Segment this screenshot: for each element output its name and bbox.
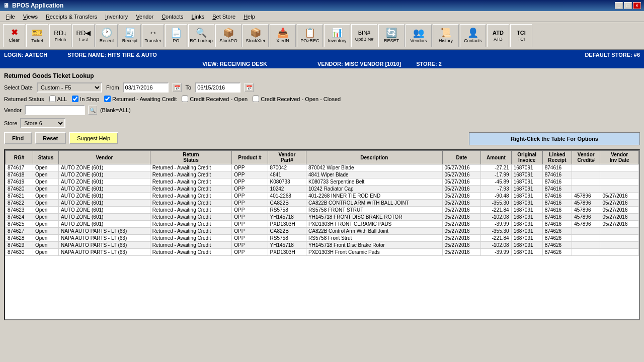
table-cell: Returned - Awaiting Credit [150,164,232,171]
menu-file[interactable]: File [2,13,19,21]
store-select[interactable]: Store 1 Store 2 Store 3 Store 4 Store 5 … [20,118,65,128]
transfer-button[interactable]: ↔ Transfer [142,24,164,47]
from-date-input[interactable] [123,82,169,93]
tci-button[interactable]: TCI TCI [510,24,532,47]
to-label: To [186,84,192,90]
menu-inventory[interactable]: Inventory [101,13,132,21]
reset-icon: 🔄 [386,28,397,37]
minimize-button[interactable]: _ [615,2,623,9]
table-cell: Returned - Awaiting Credit [150,221,232,228]
receipt-button[interactable]: 🧾 Receipt [119,24,141,47]
date-select[interactable]: Custom - F5 Today Yesterday This Week La… [37,82,102,93]
menu-receipts[interactable]: Receipts & Transfers [42,13,101,21]
xferin-button[interactable]: 📥 XferIN [270,24,296,47]
suggest-help-button[interactable]: Suggest Help [69,132,118,144]
reset-button[interactable]: 🔄 RESET [378,24,405,47]
porec-button[interactable]: 📋 PO>REC [297,24,323,47]
checkbox-all[interactable]: ALL [49,96,67,102]
po-button[interactable]: 📄 PO [165,24,187,47]
stockxfer-button[interactable]: 📦 StockXfer [243,24,269,47]
table-row[interactable]: 874620OpenAUTO ZONE (601)Returned - Awai… [6,186,639,193]
menu-set-store[interactable]: Set Store [208,13,239,21]
table-row[interactable]: 874624OpenAUTO ZONE (601)Returned - Awai… [6,214,639,221]
table-cell [572,186,600,193]
close-button[interactable]: × [633,2,641,9]
all-checkbox[interactable] [49,96,56,102]
titlebar: 🖥 BPOS Application _ □ × [0,0,644,11]
in-shop-checkbox[interactable] [72,96,78,102]
updbin-button[interactable]: BIN# UpdBIN# [351,24,377,47]
table-cell: AUTO ZONE (601) [59,221,150,228]
contacts-button[interactable]: 👤 Contacts [460,24,486,47]
checkbox-returned-awaiting[interactable]: Returned - Awaiting Credit [104,96,177,102]
table-cell [600,228,639,235]
table-cell: PXD1303H Front Ceramic Pads [306,249,443,256]
table-cell: Open [33,193,58,200]
table-row[interactable]: 874622OpenAUTO ZONE (601)Returned - Awai… [6,200,639,207]
table-cell: 874616 [542,207,572,214]
credit-open-checkbox[interactable] [182,96,188,102]
returned-awaiting-checkbox[interactable] [104,96,111,102]
right-hint-area: Right-Click the Table For Options [469,132,640,145]
returned-status-row: Returned Status ALL In Shop Returned - A… [4,96,640,102]
status-bar-2: VIEW: RECEIVING DESK VENDOR: MISC VENDOR… [0,59,644,68]
table-cell: 874626 [542,249,572,256]
maximize-button[interactable]: □ [624,2,632,9]
table-row[interactable]: 874625OpenAUTO ZONE (601)Returned - Awai… [6,221,639,228]
to-date-picker-button[interactable]: 📅 [245,83,254,92]
table-cell: NAPA AUTO PARTS - LT (63) [59,228,150,235]
table-row[interactable]: 874630OpenNAPA AUTO PARTS - LT (63)Retur… [6,249,639,256]
actions-area: Find Reset Suggest Help Right-Click the … [4,132,640,147]
table-cell: OPP [232,207,268,214]
checkbox-credit-open[interactable]: Credit Received - Open [182,96,248,102]
last-button[interactable]: RD◀ Last [72,24,95,47]
table-cell: 05/27/2016 [442,242,480,249]
checkbox-credit-closed[interactable]: Credit Received - Open - Closed [253,96,341,102]
table-row[interactable]: 874617OpenAUTO ZONE (601)Returned - Awai… [6,164,639,171]
table-cell: 05/27/2016 [442,249,480,256]
vendor-lookup-button[interactable]: 🔍 [88,106,97,115]
table-row[interactable]: 874621OpenAUTO ZONE (601)Returned - Awai… [6,193,639,200]
vendor-input[interactable] [25,105,85,115]
table-row[interactable]: 874618OpenAUTO ZONE (601)Returned - Awai… [6,171,639,178]
table-row[interactable]: 874629OpenNAPA AUTO PARTS - LT (63)Retur… [6,242,639,249]
checkbox-in-shop[interactable]: In Shop [72,96,99,102]
menu-contacts[interactable]: Contacts [157,13,187,21]
ticket-button[interactable]: 🎫 Ticket [26,24,48,47]
clear-button[interactable]: ✖ Clear [3,24,25,47]
fetch-button[interactable]: RD↓ Fetch [49,24,71,47]
history-icon: 📜 [440,28,451,37]
table-cell: 1687091 [511,200,542,207]
atd-button[interactable]: ATD ATD [487,24,509,47]
from-date-picker-button[interactable]: 📅 [173,83,182,92]
vendors-button[interactable]: 👥 Vendors [406,24,432,47]
vendor-status: VENDOR: MISC VENDOR [1010] [317,61,401,67]
menu-views[interactable]: Views [19,13,42,21]
table-cell: -7.93 [481,186,512,193]
table-cell: 05/27/2016 [442,178,480,186]
default-store-status: DEFAULT STORE: #6 [585,52,640,58]
table-area[interactable]: RG# Status Vendor ReturnStatus Product #… [4,149,640,320]
to-date-input[interactable] [195,82,240,93]
find-button[interactable]: Find [4,132,32,144]
menu-vendor[interactable]: Vendor [132,13,157,21]
history-button[interactable]: 📜 History [433,24,459,47]
updbin-icon: BIN# [358,30,370,36]
rg-lookup-button[interactable]: 🔍 RG Lookup [188,24,214,47]
table-row[interactable]: 874623OpenAUTO ZONE (601)Returned - Awai… [6,207,639,214]
table-row[interactable]: 874619OpenAUTO ZONE (601)Returned - Awai… [6,178,639,186]
recent-button[interactable]: 🕐 Recent [96,24,118,47]
menu-help[interactable]: Help [239,13,259,21]
reset-form-button[interactable]: Reset [35,132,66,144]
col-amount: Amount [481,151,512,164]
menu-links[interactable]: Links [188,13,209,21]
store-label: Store [4,120,17,126]
credit-closed-checkbox[interactable] [253,96,259,102]
table-cell: 1687091 [511,207,542,214]
status-bar-1: LOGIN: AATECH STORE NAME: HITS TIRE & AU… [0,50,644,59]
table-row[interactable]: 874628OpenNAPA AUTO PARTS - LT (63)Retur… [6,235,639,242]
inventory-button[interactable]: 📊 Inventory [324,24,350,47]
stockpo-button[interactable]: 📦 StockPO [215,24,242,47]
returned-status-label: Returned Status [4,96,44,102]
table-row[interactable]: 874627OpenNAPA AUTO PARTS - LT (63)Retur… [6,228,639,235]
